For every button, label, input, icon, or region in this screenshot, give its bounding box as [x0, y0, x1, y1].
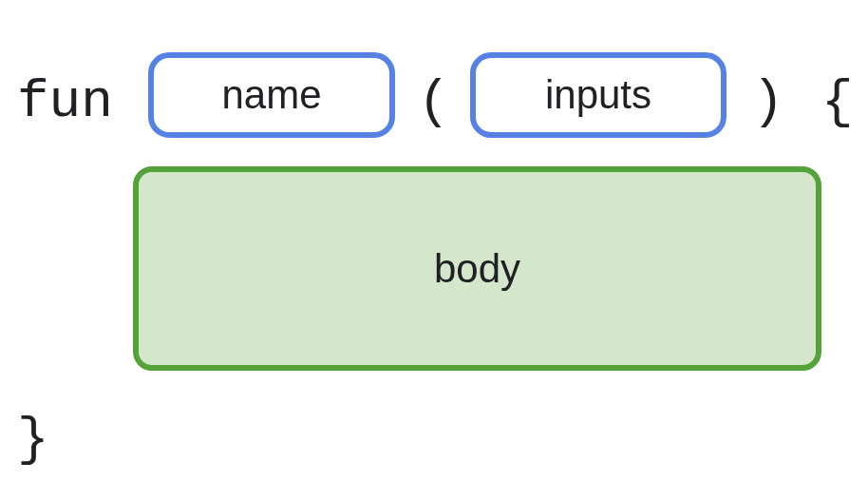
keyword-fun: fun — [17, 71, 113, 132]
function-syntax-diagram: fun name ( inputs ) { body } — [0, 0, 868, 481]
slot-inputs-label: inputs — [545, 72, 651, 118]
slot-inputs: inputs — [470, 52, 726, 138]
paren-close: ) — [752, 71, 784, 132]
slot-name-label: name — [221, 72, 321, 118]
brace-close: } — [17, 409, 49, 470]
slot-name: name — [148, 52, 395, 138]
brace-open: { — [821, 71, 854, 132]
slot-body: body — [133, 166, 821, 371]
paren-open: ( — [418, 71, 450, 132]
slot-body-label: body — [434, 246, 520, 292]
